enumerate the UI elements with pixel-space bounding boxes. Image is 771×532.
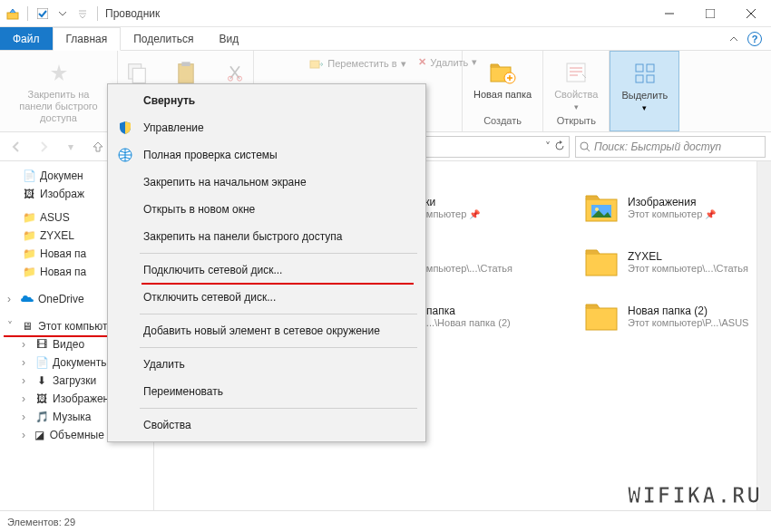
3d-icon: ◪ <box>34 428 46 442</box>
svg-point-17 <box>581 142 588 150</box>
overflow-icon[interactable] <box>75 6 90 21</box>
folder-name: Изображения <box>628 196 716 208</box>
ribbon-tabs: Файл Главная Поделиться Вид ? <box>0 27 771 51</box>
tab-view[interactable]: Вид <box>206 27 251 50</box>
up-button[interactable] <box>87 136 109 158</box>
folder-item[interactable]: ZYXEL Этот компьютер\...\Статья <box>582 243 756 281</box>
svg-rect-0 <box>7 13 18 19</box>
context-menu-item[interactable]: Свойства <box>111 411 423 439</box>
select-label: Выделить <box>621 90 668 102</box>
chevron-right-icon[interactable]: › <box>7 293 16 305</box>
new-folder-button[interactable]: Новая папка <box>470 54 535 104</box>
group-label-new: Создать <box>483 115 522 128</box>
onedrive-icon <box>20 292 34 306</box>
dropdown-icon[interactable] <box>55 6 70 21</box>
context-menu-label: Открыть в новом окне <box>143 203 255 216</box>
context-menu-item[interactable]: Закрепить на панели быстрого доступа <box>111 223 423 250</box>
context-menu-label: Свойства <box>143 419 191 431</box>
delete-icon: ✕ <box>418 56 426 68</box>
item-count: Элементов: 29 <box>7 517 75 527</box>
tab-home[interactable]: Главная <box>53 27 122 51</box>
context-menu-label: Закрепить на панели быстрого доступа <box>143 230 343 243</box>
title-bar: Проводник <box>0 0 771 27</box>
context-menu-separator <box>140 347 417 348</box>
svg-rect-5 <box>178 64 192 83</box>
blank-icon <box>116 416 134 434</box>
folder-name: Новая папка (2) <box>628 305 748 317</box>
context-menu-item[interactable]: Управление <box>111 114 423 141</box>
context-menu-item[interactable]: Свернуть <box>111 87 423 114</box>
context-menu-label: Свернуть <box>143 94 195 107</box>
context-menu-label: Управление <box>143 121 204 134</box>
document-icon: 📄 <box>34 355 49 370</box>
move-label: Переместить в <box>327 58 396 69</box>
minimize-button[interactable] <box>649 0 689 27</box>
quick-access-toolbar <box>0 6 95 21</box>
back-button[interactable] <box>5 136 27 158</box>
svg-rect-2 <box>706 9 715 18</box>
context-menu-item[interactable]: Открыть в новом окне <box>111 196 423 223</box>
context-menu-item[interactable]: Переименовать <box>111 378 423 405</box>
pin-label: Закрепить на панели быстрого доступа <box>11 89 106 125</box>
separator <box>97 6 98 21</box>
svg-rect-1 <box>37 8 48 19</box>
context-menu-item[interactable]: Подключить сетевой диск... <box>111 256 423 284</box>
pin-icon: 📌 <box>705 209 716 219</box>
svg-rect-13 <box>636 64 643 72</box>
chevron-up-icon[interactable] <box>729 34 738 44</box>
watermark: WIFIKA.RU <box>628 483 762 508</box>
select-button[interactable]: Выделить ▾ <box>618 55 671 116</box>
blank-icon <box>116 200 134 218</box>
refresh-icon[interactable] <box>554 140 565 153</box>
group-label-open: Открыть <box>557 115 596 128</box>
context-menu-item[interactable]: Полная проверка системы <box>111 141 423 169</box>
folder-path: Этот компьютер\P...\ASUS <box>628 317 748 328</box>
properties-button[interactable]: Свойства ▾ <box>551 54 601 115</box>
blank-icon <box>116 382 134 401</box>
folder-icon: 📁 <box>22 228 36 243</box>
tab-share[interactable]: Поделиться <box>121 27 206 50</box>
blank-icon <box>116 92 134 110</box>
context-menu-item[interactable]: Добавить новый элемент в сетевое окружен… <box>111 317 423 344</box>
context-menu-item[interactable]: Закрепить на начальном экране <box>111 169 423 196</box>
recent-dropdown[interactable]: ▾ <box>60 136 82 158</box>
svg-rect-4 <box>132 68 145 82</box>
context-menu-item[interactable]: Отключить сетевой диск... <box>111 284 423 311</box>
search-icon <box>580 141 590 152</box>
forward-button[interactable] <box>33 136 54 158</box>
context-menu-label: Закрепить на начальном экране <box>143 176 307 189</box>
folder-item[interactable]: Новая папка (2) Этот компьютер\P...\ASUS <box>582 297 756 335</box>
chevron-down-icon: ▾ <box>574 102 579 111</box>
move-to-button[interactable]: Переместить в ▾ <box>306 54 409 73</box>
folder-icon: 📁 <box>22 247 36 261</box>
svg-point-21 <box>595 208 599 211</box>
context-menu: СвернутьУправлениеПолная проверка систем… <box>107 83 426 442</box>
help-icon[interactable]: ? <box>747 32 762 46</box>
blank-icon <box>116 227 134 246</box>
ribbon-group-select: Выделить ▾ <box>610 51 679 131</box>
status-bar: Элементов: 29 <box>0 510 771 532</box>
context-menu-label: Подключить сетевой диск... <box>143 264 282 276</box>
maximize-button[interactable] <box>689 0 730 27</box>
context-menu-item[interactable]: Удалить <box>111 351 423 378</box>
search-placeholder: Поиск: Быстрый доступ <box>594 140 721 153</box>
pin-to-quick-access-button[interactable]: Закрепить на панели быстрого доступа <box>7 54 110 129</box>
new-folder-label: Новая папка <box>473 89 532 101</box>
folder-icon: 📁 <box>22 265 36 279</box>
blank-icon <box>116 261 134 279</box>
checkbox-icon[interactable] <box>35 6 50 21</box>
chevron-down-icon[interactable]: ˅ <box>545 140 551 153</box>
explorer-icon <box>5 6 20 21</box>
search-box[interactable]: Поиск: Быстрый доступ <box>575 136 766 158</box>
folder-path: Этот компьютер 📌 <box>628 208 716 219</box>
close-button[interactable] <box>730 0 771 27</box>
video-icon: 🎞 <box>34 337 49 352</box>
properties-icon <box>561 58 590 87</box>
vertical-scrollbar[interactable] <box>756 161 771 510</box>
chevron-down-icon[interactable]: ˅ <box>7 320 16 333</box>
tab-file[interactable]: Файл <box>0 27 53 50</box>
folder-item[interactable]: Изображения Этот компьютер 📌 <box>582 189 756 227</box>
computer-icon: 🖥 <box>20 319 34 334</box>
context-menu-label: Удалить <box>143 358 185 371</box>
separator <box>27 6 28 21</box>
